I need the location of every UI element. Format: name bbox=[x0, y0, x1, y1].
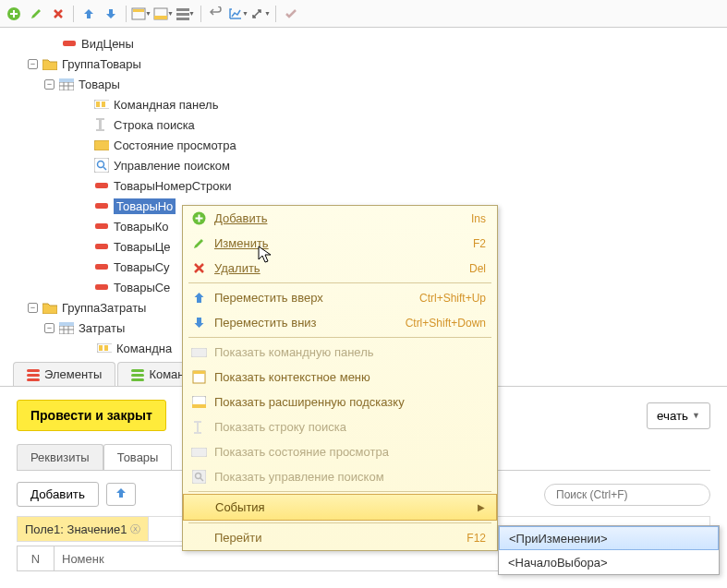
svg-rect-53 bbox=[194, 421, 201, 423]
svg-rect-5 bbox=[176, 8, 189, 11]
tree-item[interactable]: ГруппаТовары bbox=[28, 54, 727, 74]
edit-button[interactable] bbox=[26, 4, 46, 24]
textline-icon bbox=[188, 421, 209, 434]
svg-rect-29 bbox=[95, 264, 108, 270]
events-submenu: <ПриИзменении> <НачалоВыбора> bbox=[498, 525, 720, 575]
menu-move-up[interactable]: Переместить вверхCtrl+Shift+Up bbox=[183, 285, 497, 310]
tree-label: Управление поиском bbox=[114, 159, 230, 173]
move-up-button[interactable] bbox=[106, 483, 136, 506]
col-n[interactable]: N bbox=[18, 546, 55, 570]
close-icon[interactable]: ⓧ bbox=[130, 522, 140, 536]
menu-separator bbox=[188, 282, 491, 283]
svg-rect-44 bbox=[131, 374, 144, 377]
tree-label: ТоварыСу bbox=[114, 260, 170, 274]
menu-show-hint[interactable]: Показать расширенную подсказку bbox=[183, 390, 497, 414]
svg-rect-18 bbox=[99, 119, 102, 130]
tab-requisites[interactable]: Реквизиты bbox=[17, 444, 103, 470]
field-icon bbox=[62, 36, 77, 51]
svg-rect-38 bbox=[99, 345, 103, 351]
menu-show-cmdpanel[interactable]: Показать командную панель bbox=[183, 340, 497, 365]
search-input[interactable] bbox=[544, 484, 710, 506]
tree-item[interactable]: ТоварыНомерСтроки bbox=[28, 175, 727, 196]
list-button[interactable]: ▼ bbox=[176, 4, 196, 24]
menu-edit[interactable]: ИзменитьF2 bbox=[183, 231, 497, 256]
collapse-icon[interactable] bbox=[44, 79, 55, 90]
svg-rect-51 bbox=[192, 404, 206, 408]
svg-rect-45 bbox=[131, 378, 144, 381]
svg-rect-42 bbox=[27, 378, 40, 381]
submenu-onchange[interactable]: <ПриИзменении> bbox=[499, 526, 719, 550]
chevron-right-icon: ▶ bbox=[478, 502, 485, 512]
tree-item[interactable]: Командная панель bbox=[28, 94, 727, 114]
menu-show-searchline[interactable]: Показать строку поиска bbox=[183, 414, 497, 439]
menu-separator bbox=[188, 522, 491, 523]
field-icon bbox=[94, 280, 109, 294]
field-icon bbox=[94, 198, 109, 213]
tree-label: Командна bbox=[116, 342, 172, 355]
cmdpanel-icon bbox=[94, 97, 109, 112]
print-button[interactable]: ечать▼ bbox=[647, 402, 710, 429]
elements-icon bbox=[27, 368, 40, 381]
collapse-icon[interactable] bbox=[28, 303, 38, 313]
tree-item[interactable]: Управление поиском bbox=[28, 155, 727, 175]
menu-events[interactable]: События▶ bbox=[183, 494, 497, 521]
svg-rect-39 bbox=[104, 345, 108, 351]
expand-icon[interactable]: ▼ bbox=[250, 4, 271, 24]
tree-label: ТоварыЦе bbox=[114, 240, 171, 254]
collapse-icon[interactable] bbox=[28, 59, 38, 69]
undo-icon[interactable] bbox=[206, 4, 226, 24]
svg-rect-16 bbox=[96, 102, 100, 107]
svg-rect-25 bbox=[95, 183, 108, 188]
menu-separator bbox=[188, 491, 491, 492]
menu-show-viewstate[interactable]: Показать состояние просмотра bbox=[183, 439, 497, 464]
submenu-onstartchoice[interactable]: <НачалоВыбора> bbox=[499, 550, 719, 574]
add-button[interactable] bbox=[4, 4, 24, 24]
add-row-button[interactable]: Добавить bbox=[17, 482, 99, 507]
separator bbox=[275, 6, 276, 22]
menu-show-searchmgmt[interactable]: Показать управление поиском bbox=[183, 464, 497, 489]
tree-label: ГруппаЗатраты bbox=[62, 301, 146, 315]
move-up-button[interactable] bbox=[79, 4, 99, 24]
delete-button[interactable] bbox=[48, 4, 68, 24]
svg-rect-52 bbox=[197, 422, 199, 433]
tab-elements[interactable]: Элементы bbox=[13, 362, 115, 386]
separator bbox=[126, 6, 127, 22]
tree-label: Состояние просмотра bbox=[114, 138, 236, 152]
menu-goto[interactable]: ПерейтиF12 bbox=[183, 525, 497, 550]
window-button[interactable]: ▼ bbox=[153, 4, 174, 24]
svg-rect-43 bbox=[131, 369, 144, 372]
svg-rect-47 bbox=[191, 348, 207, 357]
separator bbox=[73, 6, 74, 22]
tree-label: ТоварыНомерСтроки bbox=[114, 179, 232, 193]
conduct-close-button[interactable]: Провести и закрыт bbox=[17, 400, 166, 431]
field-icon bbox=[94, 259, 109, 274]
svg-rect-49 bbox=[193, 371, 205, 374]
svg-rect-7 bbox=[176, 18, 189, 20]
move-down-button[interactable] bbox=[101, 4, 121, 24]
tab-goods[interactable]: Товары bbox=[103, 444, 173, 470]
filter-chip[interactable]: Поле1: Значение1 ⓧ bbox=[18, 517, 149, 541]
svg-rect-56 bbox=[192, 470, 206, 484]
tree-item[interactable]: Состояние просмотра bbox=[28, 135, 727, 155]
svg-rect-6 bbox=[176, 13, 189, 16]
tree-item[interactable]: ВидЦены bbox=[28, 33, 727, 54]
arrow-down-icon bbox=[188, 316, 209, 330]
hint-icon bbox=[188, 396, 209, 408]
check-icon[interactable] bbox=[281, 4, 301, 24]
graph-icon[interactable]: ▼ bbox=[228, 4, 248, 24]
cmdpanel-button[interactable]: ▼ bbox=[131, 4, 151, 24]
tree-label: Строка поиска bbox=[114, 118, 195, 132]
menu-show-context[interactable]: Показать контекстное меню bbox=[183, 365, 497, 390]
svg-rect-2 bbox=[133, 9, 144, 12]
svg-rect-36 bbox=[59, 322, 74, 326]
svg-rect-28 bbox=[95, 244, 108, 249]
cmdpanel-icon bbox=[188, 348, 209, 357]
collapse-icon[interactable] bbox=[44, 323, 55, 333]
tree-item[interactable]: Товары bbox=[28, 74, 727, 94]
menu-delete[interactable]: УдалитьDel bbox=[183, 256, 497, 281]
tree-label: ТоварыСе bbox=[114, 281, 170, 294]
menu-move-down[interactable]: Переместить внизCtrl+Shift+Down bbox=[183, 310, 497, 335]
tab-label: Коман bbox=[149, 367, 184, 381]
tree-item[interactable]: Строка поиска bbox=[28, 114, 727, 135]
menu-add[interactable]: ДобавитьIns bbox=[183, 206, 497, 231]
